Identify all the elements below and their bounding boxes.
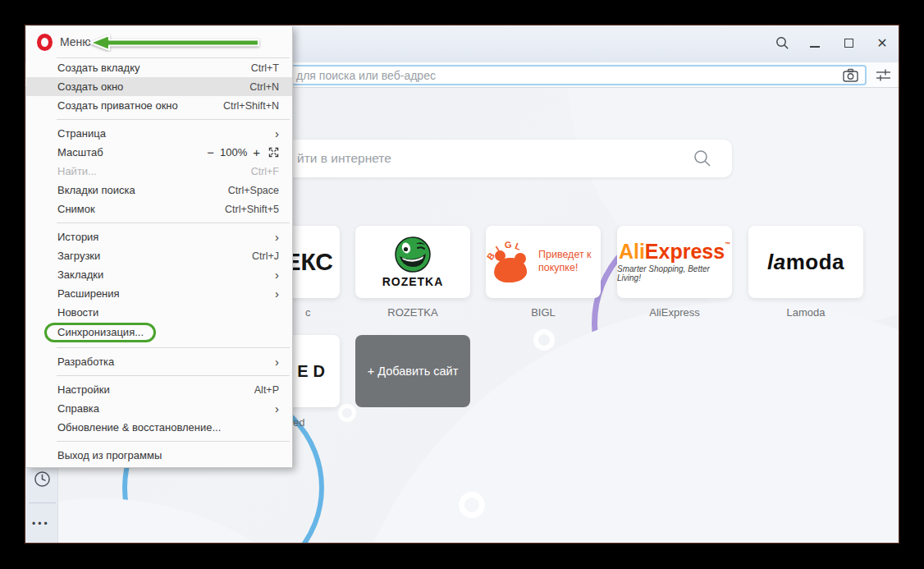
trademark-symbol: ™ — [725, 241, 730, 247]
menu-separator — [57, 375, 290, 376]
menu-item-shortcut: Ctrl+Space — [228, 185, 279, 196]
menu-item-label: Создать вкладку — [57, 62, 251, 74]
search-icon — [693, 149, 712, 168]
bigl-paw-icon: B I G L — [487, 240, 530, 284]
speed-dial-search-placeholder: йти в интернете — [297, 140, 391, 177]
tile-lamoda[interactable]: lamoda — [748, 226, 863, 298]
menu-item-label: Разработка — [57, 356, 275, 368]
menu-item-label: Справка — [57, 402, 275, 415]
menu-item-label: Создать окно — [57, 80, 249, 93]
menu-item-snapshot[interactable]: Снимок Ctrl+Shift+5 — [26, 200, 292, 218]
more-options-icon[interactable]: ••• — [32, 518, 50, 530]
menu-item-shortcut: Ctrl+J — [252, 250, 279, 262]
menu-item-shortcut: Ctrl+T — [251, 62, 279, 74]
camera-snapshot-icon[interactable] — [842, 68, 859, 83]
tile-label-prived: ed — [293, 416, 304, 429]
menu-separator — [57, 119, 290, 120]
green-arrow-annotation — [87, 34, 263, 52]
menu-item-find[interactable]: Найти... Ctrl+F — [26, 162, 292, 181]
menu-item-label: Загрузки — [57, 250, 252, 262]
menu-item-shortcut: Alt+P — [254, 384, 279, 396]
opera-logo-icon[interactable] — [37, 34, 53, 51]
bigl-logo: B I G L Приведет к покупке! — [487, 240, 599, 284]
add-site-button[interactable]: + Добавить сайт — [355, 335, 470, 407]
tile-rozetka[interactable]: ROZETKA — [355, 226, 470, 298]
menu-item-downloads[interactable]: Загрузки Ctrl+J — [26, 246, 292, 265]
search-button[interactable] — [773, 34, 791, 52]
menu-item-label: История — [57, 231, 275, 243]
menu-item-update-recovery[interactable]: Обновление & восстановление... — [26, 418, 292, 437]
minimize-icon — [810, 46, 820, 48]
minimize-button[interactable] — [806, 34, 824, 52]
aliexpress-tagline: Smarter Shopping, Better Living! — [617, 264, 732, 282]
chevron-right-icon: › — [275, 402, 279, 415]
menu-separator — [57, 223, 290, 223]
menu-item-zoom[interactable]: Масштаб − 100% + — [26, 143, 292, 162]
menu-item-tab-search[interactable]: Вкладки поиска Ctrl+Space — [26, 181, 292, 200]
chevron-right-icon: › — [275, 127, 279, 140]
rozetka-smiley-icon — [394, 236, 432, 273]
aliexpress-logo-express: Express — [645, 240, 725, 263]
tile-bigl[interactable]: B I G L Приведет к покупке! — [486, 226, 601, 298]
lamoda-logo-moda: moda — [786, 250, 844, 274]
tile-label-bigl: BIGL — [486, 306, 601, 319]
lamoda-logo-la: la — [767, 250, 786, 274]
history-clock-icon[interactable] — [34, 470, 51, 488]
menu-item-developer[interactable]: Разработка › — [26, 352, 292, 371]
aliexpress-logo: AliExpress™ Smarter Shopping, Better Liv… — [617, 241, 732, 282]
tile-label-yandex: с — [305, 306, 311, 319]
tile-label-rozetka: ROZETKA — [355, 306, 470, 319]
menu-separator — [57, 347, 290, 348]
menu-item-label: Обновление & восстановление... — [57, 421, 279, 434]
chevron-right-icon: › — [275, 268, 279, 281]
decor-white-ring — [533, 329, 555, 351]
bigl-tagline: Приведет к покупке! — [538, 249, 599, 274]
menu-item-exit[interactable]: Выход из программы — [26, 446, 292, 465]
tune-settings-icon[interactable] — [876, 68, 891, 82]
chevron-right-icon: › — [275, 231, 279, 243]
menu-item-label: Расширения — [57, 287, 275, 300]
bigl-letter: L — [514, 241, 522, 252]
tile-aliexpress[interactable]: AliExpress™ Smarter Shopping, Better Liv… — [617, 226, 732, 298]
menu-item-new-window[interactable]: Создать окно Ctrl+N — [26, 77, 292, 96]
rozetka-logo-text: ROZETKA — [382, 275, 444, 288]
aliexpress-logo-ali: Ali — [619, 240, 645, 263]
menu-item-shortcut: Ctrl+Shift+5 — [225, 204, 279, 215]
menu-item-settings[interactable]: Настройки Alt+P — [26, 380, 292, 399]
menu-item-bookmarks[interactable]: Закладки › — [26, 265, 292, 284]
menu-item-news[interactable]: Новости — [26, 303, 292, 322]
tile-label-aliexpress: AliExpress — [617, 306, 732, 319]
address-placeholder: для поиска или веб-адрес — [296, 69, 436, 82]
chevron-right-icon: › — [275, 287, 279, 300]
menu-item-new-tab[interactable]: Создать вкладку Ctrl+T — [26, 58, 292, 77]
browser-window: ✕ для поиска или веб-адрес й — [25, 25, 899, 544]
menu-item-label: Найти... — [57, 165, 251, 177]
zoom-in-button[interactable]: + — [253, 145, 260, 159]
fullscreen-icon[interactable] — [268, 147, 279, 158]
tile-label-lamoda: Lamoda — [748, 306, 863, 319]
search-icon — [775, 36, 789, 50]
menu-item-synchronization[interactable]: Синхронизация... — [26, 322, 292, 343]
bigl-letter: G — [504, 239, 512, 250]
menu-item-shortcut: Ctrl+F — [251, 166, 279, 177]
menu-item-history[interactable]: История › — [26, 227, 292, 246]
green-circle-annotation: Синхронизация... — [44, 323, 156, 342]
maximize-button[interactable] — [839, 34, 858, 52]
menu-item-help[interactable]: Справка › — [26, 399, 292, 418]
zoom-level: 100% — [220, 146, 247, 158]
add-site-label: + Добавить сайт — [368, 365, 459, 378]
menu-item-label: Создать приватное окно — [57, 99, 223, 112]
zoom-out-button[interactable]: − — [207, 145, 214, 159]
decor-white-ring — [459, 492, 485, 518]
decor-white-ring — [338, 404, 356, 422]
menu-item-label: Выход из программы — [57, 449, 279, 461]
menu-item-extensions[interactable]: Расширения › — [26, 284, 292, 303]
menu-item-label: Масштаб — [57, 146, 207, 158]
menu-item-label: Настройки — [57, 383, 254, 396]
menu-item-new-private-window[interactable]: Создать приватное окно Ctrl+Shift+N — [26, 96, 292, 115]
menu-item-page[interactable]: Страница › — [26, 124, 292, 143]
close-button[interactable]: ✕ — [873, 34, 891, 52]
menu-item-shortcut: Ctrl+Shift+N — [223, 100, 279, 112]
chevron-right-icon: › — [275, 356, 279, 368]
menu-item-label: Закладки — [57, 268, 275, 281]
